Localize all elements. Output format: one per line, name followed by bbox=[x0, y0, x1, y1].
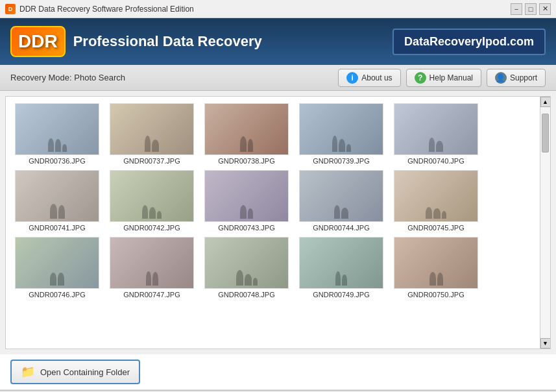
photo-thumbnail bbox=[299, 103, 383, 155]
photo-thumbnail bbox=[15, 170, 99, 222]
folder-btn-label: Open Containing Folder bbox=[40, 367, 130, 377]
photo-thumbnail bbox=[204, 237, 289, 289]
photo-grid: GNDR00736.JPG GNDR00737.JPG bbox=[6, 97, 540, 349]
list-item[interactable]: GNDR00750.JPG bbox=[391, 237, 481, 299]
help-icon: ? bbox=[415, 72, 426, 84]
domain-badge: DataRecoveryIpod.com bbox=[393, 29, 546, 55]
scroll-down-arrow[interactable]: ▼ bbox=[540, 338, 551, 349]
list-item[interactable]: GNDR00738.JPG bbox=[202, 103, 291, 165]
list-item[interactable]: GNDR00745.JPG bbox=[391, 170, 481, 232]
photo-thumbnail bbox=[110, 237, 194, 289]
folder-icon: 📁 bbox=[21, 365, 35, 379]
photo-thumbnail bbox=[15, 237, 99, 289]
photo-thumbnail bbox=[110, 170, 194, 222]
about-us-label: About us bbox=[361, 73, 392, 82]
help-manual-label: Help Manual bbox=[429, 73, 473, 82]
photo-label: GNDR00738.JPG bbox=[218, 157, 274, 165]
photo-label: GNDR00742.JPG bbox=[123, 224, 180, 232]
photo-label: GNDR00749.JPG bbox=[313, 291, 369, 299]
logo-tagline: Professional Data Recovery bbox=[73, 33, 262, 50]
photo-thumbnail bbox=[394, 103, 478, 155]
scrollbar-track[interactable] bbox=[540, 107, 550, 338]
list-item[interactable]: GNDR00737.JPG bbox=[107, 103, 197, 165]
minimize-button[interactable]: − bbox=[511, 3, 522, 15]
window-controls[interactable]: − □ ✕ bbox=[511, 3, 551, 15]
list-item[interactable]: GNDR00746.JPG bbox=[12, 237, 102, 299]
support-label: Support bbox=[510, 73, 537, 82]
list-item[interactable]: GNDR00741.JPG bbox=[12, 170, 102, 232]
photo-thumbnail bbox=[204, 170, 289, 222]
photo-label: GNDR00745.JPG bbox=[407, 224, 464, 232]
list-item[interactable]: GNDR00748.JPG bbox=[202, 237, 291, 299]
list-item[interactable]: GNDR00736.JPG bbox=[12, 103, 102, 165]
photo-label: GNDR00737.JPG bbox=[123, 157, 180, 165]
main-content: GNDR00736.JPG GNDR00737.JPG bbox=[5, 96, 551, 349]
photo-thumbnail bbox=[15, 103, 99, 155]
list-item[interactable]: GNDR00742.JPG bbox=[107, 170, 197, 232]
open-containing-folder-button[interactable]: 📁 Open Containing Folder bbox=[10, 360, 140, 384]
navbar: Recovery Mode: Photo Search i About us ?… bbox=[0, 65, 556, 91]
photo-thumbnail bbox=[299, 170, 383, 222]
photo-label: GNDR00748.JPG bbox=[218, 291, 274, 299]
folder-btn-area: 📁 Open Containing Folder bbox=[0, 354, 556, 390]
about-us-button[interactable]: i About us bbox=[338, 69, 400, 87]
app-header: DDR Professional Data Recovery DataRecov… bbox=[0, 18, 556, 65]
info-icon: i bbox=[346, 72, 358, 84]
photo-label: GNDR00750.JPG bbox=[407, 291, 464, 299]
photo-label: GNDR00740.JPG bbox=[407, 157, 464, 165]
photo-label: GNDR00743.JPG bbox=[218, 224, 274, 232]
list-item[interactable]: GNDR00747.JPG bbox=[107, 237, 197, 299]
photo-label: GNDR00739.JPG bbox=[313, 157, 369, 165]
support-button[interactable]: 👤 Support bbox=[487, 69, 546, 87]
photo-label: GNDR00736.JPG bbox=[29, 157, 85, 165]
photo-label: GNDR00746.JPG bbox=[29, 291, 85, 299]
recovery-mode-label: Recovery Mode: Photo Search bbox=[10, 73, 333, 82]
list-item[interactable]: GNDR00740.JPG bbox=[391, 103, 481, 165]
titlebar: D DDR Data Recovery Software Professiona… bbox=[0, 0, 556, 18]
scrollbar[interactable]: ▲ ▼ bbox=[540, 97, 550, 349]
maximize-button[interactable]: □ bbox=[525, 3, 537, 15]
scroll-up-arrow[interactable]: ▲ bbox=[540, 97, 551, 107]
support-icon: 👤 bbox=[495, 72, 507, 84]
photo-thumbnail bbox=[110, 103, 194, 155]
list-item[interactable]: GNDR00743.JPG bbox=[202, 170, 291, 232]
photo-thumbnail bbox=[394, 237, 478, 289]
photo-label: GNDR00741.JPG bbox=[29, 224, 85, 232]
close-button[interactable]: ✕ bbox=[539, 3, 551, 15]
scrollbar-thumb[interactable] bbox=[542, 114, 549, 153]
list-item[interactable]: GNDR00744.JPG bbox=[296, 170, 386, 232]
help-manual-button[interactable]: ? Help Manual bbox=[406, 69, 481, 87]
list-item[interactable]: GNDR00739.JPG bbox=[296, 103, 386, 165]
photo-thumbnail bbox=[299, 237, 383, 289]
photo-thumbnail bbox=[394, 170, 478, 222]
app-icon: D bbox=[5, 4, 16, 14]
titlebar-title: DDR Data Recovery Software Professional … bbox=[19, 5, 511, 14]
list-item[interactable]: GNDR00749.JPG bbox=[296, 237, 386, 299]
logo-container: DDR Professional Data Recovery bbox=[10, 26, 393, 57]
photo-thumbnail bbox=[204, 103, 289, 155]
logo-ddr: DDR bbox=[10, 26, 66, 57]
photo-label: GNDR00747.JPG bbox=[123, 291, 180, 299]
photo-label: GNDR00744.JPG bbox=[313, 224, 369, 232]
